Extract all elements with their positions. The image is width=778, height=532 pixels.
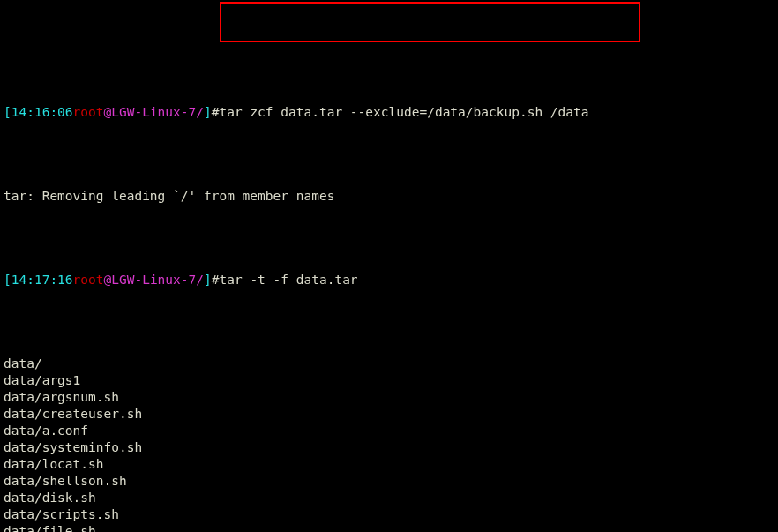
prompt-line-1: [14:16:06root@LGW-Linux-7/]#tar zcf data…	[4, 104, 774, 121]
listing-entry: data/locat.sh	[4, 456, 774, 473]
listing-entry: data/shellson.sh	[4, 473, 774, 490]
bracket-close: ]	[204, 273, 212, 287]
hostname: LGW-Linux-7	[111, 273, 196, 287]
bracket-open: [	[4, 273, 11, 287]
listing-entry: data/createuser.sh	[4, 406, 774, 423]
command-text: tar zcf data.tar --exclude=/data/backup.…	[219, 105, 588, 119]
at-sign: @	[104, 105, 112, 119]
command-text: tar -t -f data.tar	[219, 273, 357, 287]
timestamp: 14:16:06	[11, 105, 73, 119]
listing-entry: data/a.conf	[4, 423, 774, 439]
terminal[interactable]: [14:16:06root@LGW-Linux-7/]#tar zcf data…	[0, 0, 778, 532]
listing-entry: data/args1	[4, 372, 774, 389]
user: root	[73, 105, 104, 119]
tar-listing: data/data/args1data/argsnum.shdata/creat…	[4, 356, 774, 532]
prompt-line-2: [14:17:16root@LGW-Linux-7/]#tar -t -f da…	[4, 272, 774, 288]
bracket-open: [	[4, 105, 11, 119]
cwd: /	[196, 105, 204, 119]
bracket-close: ]	[204, 105, 212, 119]
timestamp: 14:17:16	[11, 273, 73, 287]
listing-entry: data/argsnum.sh	[4, 389, 774, 406]
tar-warning: tar: Removing leading `/' from member na…	[4, 188, 774, 205]
listing-entry: data/scripts.sh	[4, 506, 774, 523]
cwd: /	[196, 273, 204, 287]
highlight-annotation	[220, 2, 640, 42]
hostname: LGW-Linux-7	[111, 105, 196, 119]
listing-entry: data/systeminfo.sh	[4, 439, 774, 456]
user: root	[73, 273, 104, 287]
listing-entry: data/disk.sh	[4, 490, 774, 506]
at-sign: @	[104, 273, 112, 287]
listing-entry: data/	[4, 356, 774, 372]
listing-entry: data/file.sh	[4, 523, 774, 532]
